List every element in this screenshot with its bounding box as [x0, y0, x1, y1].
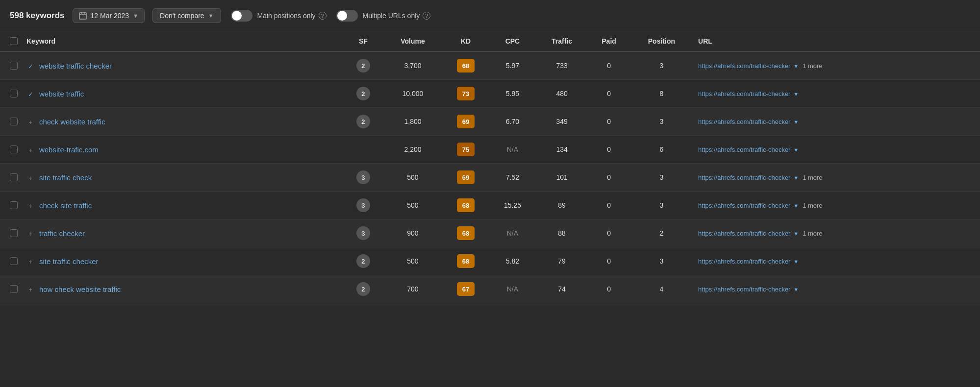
- keyword-link[interactable]: check site traffic: [39, 201, 92, 210]
- more-link[interactable]: 1 more: [803, 174, 822, 181]
- row-checkbox-cell: [0, 247, 23, 275]
- row-checkbox[interactable]: [10, 229, 18, 237]
- keyword-link[interactable]: website traffic checker: [39, 62, 112, 70]
- row-icon: +: [26, 146, 34, 154]
- volume-cell: 1,800: [383, 108, 442, 136]
- row-icon: +: [26, 230, 34, 238]
- row-checkbox[interactable]: [10, 118, 18, 125]
- url-cell: https://ahrefs.com/traffic-checker ▼ 1 m…: [693, 51, 980, 80]
- url-dropdown-arrow[interactable]: ▼: [793, 231, 799, 237]
- more-link[interactable]: 1 more: [803, 230, 822, 237]
- header-paid[interactable]: Paid: [588, 31, 629, 51]
- cpc-cell: N/A: [489, 219, 536, 247]
- header-url[interactable]: URL: [693, 31, 980, 51]
- kd-cell: 73: [442, 80, 489, 108]
- keyword-link[interactable]: website traffic: [39, 90, 84, 98]
- keyword-link[interactable]: site traffic check: [39, 173, 92, 182]
- url-dropdown-arrow[interactable]: ▼: [793, 147, 799, 153]
- url-link[interactable]: https://ahrefs.com/traffic-checker: [698, 258, 790, 265]
- keyword-cell: + website-trafic.com: [23, 136, 343, 164]
- keyword-link[interactable]: site traffic checker: [39, 257, 99, 266]
- url-cell: https://ahrefs.com/traffic-checker ▼: [693, 275, 980, 303]
- main-positions-help-icon[interactable]: ?: [319, 12, 327, 20]
- url-cell: https://ahrefs.com/traffic-checker ▼ 1 m…: [693, 219, 980, 247]
- row-checkbox-cell: [0, 164, 23, 192]
- row-checkbox-cell: [0, 108, 23, 136]
- row-checkbox[interactable]: [10, 145, 18, 153]
- url-dropdown-arrow[interactable]: ▼: [793, 119, 799, 125]
- sf-cell: [343, 136, 384, 164]
- url-dropdown-arrow[interactable]: ▼: [793, 287, 799, 292]
- table-row: + site traffic check 3 500 69 7.52 101 0…: [0, 164, 980, 192]
- sf-cell: 3: [343, 219, 384, 247]
- keyword-cell: + how check website traffic: [23, 275, 343, 303]
- kd-badge: 69: [457, 170, 475, 184]
- keyword-link[interactable]: traffic checker: [39, 229, 85, 238]
- row-checkbox[interactable]: [10, 90, 18, 97]
- kd-badge: 75: [457, 143, 475, 156]
- multiple-urls-toggle[interactable]: [336, 10, 358, 22]
- sf-cell: 3: [343, 164, 384, 192]
- position-cell: 4: [630, 275, 693, 303]
- row-checkbox[interactable]: [10, 173, 18, 181]
- url-link[interactable]: https://ahrefs.com/traffic-checker: [698, 286, 790, 293]
- kd-badge: 69: [457, 115, 475, 128]
- sf-badge: 2: [356, 282, 370, 296]
- volume-cell: 700: [383, 275, 442, 303]
- row-checkbox[interactable]: [10, 257, 18, 265]
- header-cpc[interactable]: CPC: [489, 31, 536, 51]
- url-link[interactable]: https://ahrefs.com/traffic-checker: [698, 62, 790, 70]
- multiple-urls-help-icon[interactable]: ?: [423, 12, 430, 20]
- paid-cell: 0: [588, 108, 629, 136]
- header-sf[interactable]: SF: [343, 31, 384, 51]
- row-checkbox-cell: [0, 80, 23, 108]
- header-kd[interactable]: KD: [442, 31, 489, 51]
- position-cell: 3: [630, 164, 693, 192]
- url-link[interactable]: https://ahrefs.com/traffic-checker: [698, 90, 790, 97]
- compare-caret: ▼: [208, 13, 214, 19]
- select-all-checkbox[interactable]: [10, 37, 18, 45]
- kd-cell: 68: [442, 219, 489, 247]
- row-checkbox-cell: [0, 275, 23, 303]
- sf-cell: 2: [343, 275, 384, 303]
- header-keyword[interactable]: Keyword: [23, 31, 343, 51]
- row-checkbox[interactable]: [10, 201, 18, 209]
- url-dropdown-arrow[interactable]: ▼: [793, 91, 799, 97]
- keyword-link[interactable]: how check website traffic: [39, 285, 121, 293]
- url-dropdown-arrow[interactable]: ▼: [793, 63, 799, 69]
- main-positions-toggle[interactable]: [231, 10, 252, 22]
- row-checkbox[interactable]: [10, 285, 18, 293]
- date-picker[interactable]: 12 Mar 2023 ▼: [73, 8, 145, 23]
- traffic-cell: 134: [536, 136, 588, 164]
- cpc-cell: 6.70: [489, 108, 536, 136]
- table-row: + website-trafic.com 2,200 75 N/A 134 0 …: [0, 136, 980, 164]
- url-link[interactable]: https://ahrefs.com/traffic-checker: [698, 146, 790, 153]
- compare-button[interactable]: Don't compare ▼: [152, 8, 221, 23]
- position-cell: 3: [630, 247, 693, 275]
- url-dropdown-arrow[interactable]: ▼: [793, 203, 799, 209]
- header-position[interactable]: Position: [630, 31, 693, 51]
- date-caret: ▼: [133, 13, 138, 19]
- row-icon: +: [26, 174, 34, 182]
- row-checkbox[interactable]: [10, 62, 18, 70]
- row-checkbox-cell: [0, 219, 23, 247]
- url-link[interactable]: https://ahrefs.com/traffic-checker: [698, 118, 790, 125]
- url-link[interactable]: https://ahrefs.com/traffic-checker: [698, 174, 790, 181]
- paid-cell: 0: [588, 136, 629, 164]
- header-traffic[interactable]: Traffic: [536, 31, 588, 51]
- url-dropdown-arrow[interactable]: ▼: [793, 259, 799, 265]
- kd-badge: 68: [457, 254, 475, 268]
- url-link[interactable]: https://ahrefs.com/traffic-checker: [698, 202, 790, 209]
- keyword-link[interactable]: website-trafic.com: [39, 145, 99, 154]
- more-link[interactable]: 1 more: [803, 62, 822, 70]
- kd-cell: 68: [442, 247, 489, 275]
- more-link[interactable]: 1 more: [803, 202, 822, 209]
- url-dropdown-arrow[interactable]: ▼: [793, 175, 799, 181]
- position-cell: 8: [630, 80, 693, 108]
- traffic-cell: 74: [536, 275, 588, 303]
- keyword-link[interactable]: check website traffic: [39, 118, 105, 126]
- url-link[interactable]: https://ahrefs.com/traffic-checker: [698, 230, 790, 237]
- header-volume[interactable]: Volume: [383, 31, 442, 51]
- table-row: + check site traffic 3 500 68 15.25 89 0…: [0, 192, 980, 219]
- paid-cell: 0: [588, 80, 629, 108]
